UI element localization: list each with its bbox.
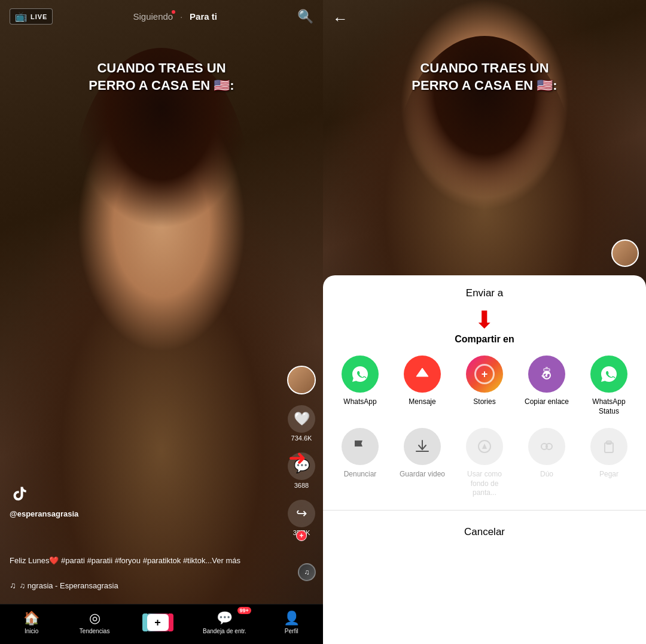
share-subtitle: Compartir en — [323, 334, 646, 345]
share-title: Enviar a — [323, 275, 646, 305]
duo-icon — [528, 428, 565, 465]
tiktok-logo-icon — [10, 485, 26, 504]
home-icon: 🏠 — [23, 610, 39, 626]
fondo-label: Usar como fondo de panta... — [458, 470, 511, 498]
share-arrow-down: ⬇ — [323, 308, 646, 332]
mensaje-label: Mensaje — [409, 397, 435, 407]
share-copiar[interactable]: Copiar enlace — [520, 356, 574, 416]
duo-label: Dúo — [540, 470, 553, 479]
share-duo[interactable]: Dúo — [520, 428, 574, 498]
username-label[interactable]: @esperansagrasia — [10, 509, 78, 518]
arrow-right-icon: ➜ — [288, 445, 306, 470]
cancel-button[interactable]: Cancelar — [323, 520, 646, 544]
nav-item-bandeja[interactable]: 💬 Bandeja de entr. 99+ — [203, 610, 246, 634]
tv-icon: 📺 — [15, 11, 27, 22]
plus-icon: + — [147, 614, 169, 631]
mensaje-icon — [404, 356, 441, 393]
back-button[interactable]: ← — [333, 10, 348, 28]
like-count: 734.6K — [291, 435, 312, 442]
bottom-navigation: 🏠 Inicio ◎ Tendencias + 💬 Bandeja de ent… — [0, 604, 323, 644]
tab-siguiendo[interactable]: Siguiendo — [128, 9, 178, 24]
share-pegar[interactable]: Pegar — [582, 428, 636, 498]
share-row-1: WhatsApp Mensaje Stories — [323, 356, 646, 416]
right-panel: ← CUANDO TRAES UN PERRO A CASA EN 🇺🇸: En… — [323, 0, 646, 644]
svg-marker-3 — [482, 443, 487, 449]
whatsapp-status-icon — [590, 356, 627, 393]
red-arrow-indicator: ➜ — [288, 445, 306, 470]
video-title-right: CUANDO TRAES UN PERRO A CASA EN 🇺🇸: — [323, 60, 646, 94]
share-fondo[interactable]: Usar como fondo de panta... — [458, 428, 511, 498]
nav-tabs: Siguiendo · Para ti — [128, 9, 221, 24]
tiktok-logo — [10, 485, 26, 506]
share-sheet: Enviar a ⬇ Compartir en WhatsApp — [323, 275, 646, 644]
left-panel: 📺 LIVE Siguiendo · Para ti 🔍 CUANDO TRAE… — [0, 0, 323, 644]
whatsapp-icon — [342, 356, 379, 393]
copiar-icon — [528, 356, 565, 393]
follow-plus-icon: + — [296, 530, 307, 541]
guardar-icon — [404, 428, 441, 465]
denunciar-label: Denunciar — [344, 470, 377, 479]
down-arrow-icon: ⬇ — [474, 306, 495, 333]
denunciar-icon — [342, 428, 379, 465]
share-mensaje[interactable]: Mensaje — [395, 356, 449, 416]
whatsapp-status-label: WhatsApp Status — [582, 397, 636, 416]
live-badge[interactable]: 📺 LIVE — [10, 8, 53, 25]
video-title-left: CUANDO TRAES UN PERRO A CASA EN 🇺🇸: — [0, 60, 323, 94]
nav-item-crear[interactable]: + — [140, 613, 176, 631]
nav-item-perfil[interactable]: 👤 Perfil — [273, 610, 309, 634]
avatar-top-right — [611, 239, 639, 267]
story-ring — [474, 364, 495, 384]
svg-marker-0 — [416, 368, 428, 376]
whatsapp-label: WhatsApp — [343, 397, 376, 407]
sound-disc-icon: ♫ — [298, 563, 316, 581]
share-row-2: Denunciar Guardar video Usar como f — [323, 428, 646, 498]
share-stories[interactable]: Stories — [458, 356, 511, 416]
creator-avatar — [287, 366, 316, 394]
share-denunciar[interactable]: Denunciar — [333, 428, 387, 498]
nav-item-inicio[interactable]: 🏠 Inicio — [14, 610, 50, 634]
pegar-label: Pegar — [599, 470, 618, 479]
copiar-label: Copiar enlace — [525, 397, 569, 407]
share-whatsapp-status[interactable]: WhatsApp Status — [582, 356, 636, 416]
like-button[interactable]: 🤍 734.6K — [288, 405, 315, 442]
share-icon: ↪ — [288, 500, 315, 527]
video-description: Feliz Lunes❤️ #parati #paratii #foryou #… — [10, 555, 287, 567]
nav-item-tendencias[interactable]: ◎ Tendencias — [77, 610, 112, 634]
like-icon: 🤍 — [288, 405, 315, 433]
pegar-icon — [590, 428, 627, 465]
divider — [323, 510, 646, 511]
stories-label: Stories — [473, 397, 495, 407]
top-bar: 📺 LIVE Siguiendo · Para ti 🔍 — [0, 0, 323, 33]
live-text: LIVE — [31, 13, 47, 20]
guardar-label: Guardar video — [400, 470, 445, 479]
create-button[interactable]: + — [145, 613, 171, 631]
inbox-icon: 💬 — [217, 610, 233, 626]
inbox-badge: 99+ — [237, 607, 251, 614]
search-icon[interactable]: 🔍 — [297, 9, 313, 25]
tab-para-ti[interactable]: Para ti — [185, 9, 222, 24]
avatar-follow-button[interactable]: + — [287, 366, 316, 394]
comment-count: 3688 — [294, 482, 309, 489]
share-guardar[interactable]: Guardar video — [395, 428, 449, 498]
compass-icon: ◎ — [89, 610, 100, 626]
share-whatsapp[interactable]: WhatsApp — [333, 356, 387, 416]
sound-disc: ♫ — [298, 563, 316, 581]
sound-bar: ♫ ♫ ngrasia - Esperansagrasia — [10, 581, 118, 590]
fondo-icon — [466, 428, 503, 465]
music-note-icon: ♫ — [10, 581, 16, 590]
notification-dot — [172, 10, 175, 14]
tab-separator: · — [180, 12, 182, 22]
stories-icon — [466, 356, 503, 393]
profile-icon: 👤 — [284, 610, 300, 626]
